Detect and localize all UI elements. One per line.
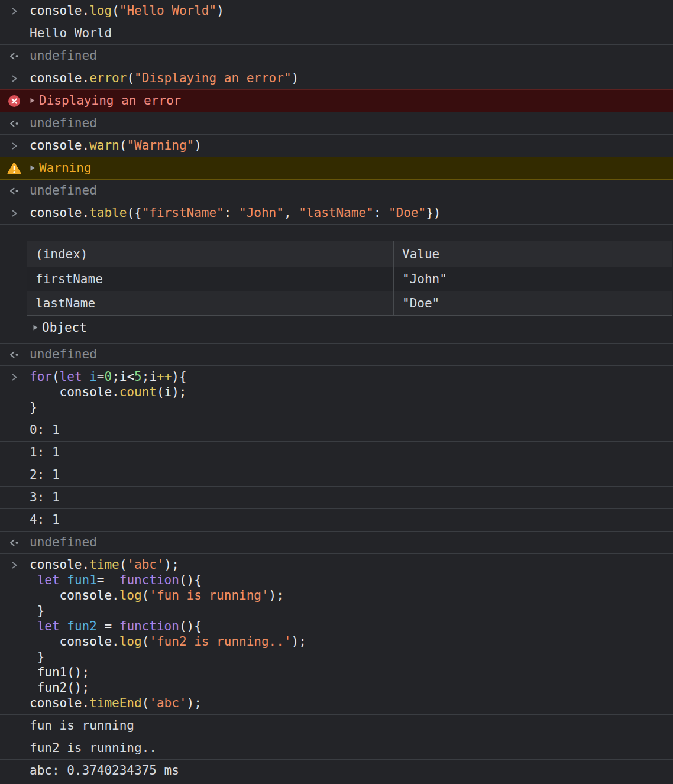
code-token: 5	[134, 370, 142, 384]
object-label: Object	[42, 320, 87, 335]
code-token: 3: 1	[30, 490, 60, 504]
code-line: }	[30, 649, 673, 665]
console-return-row: undefined	[0, 45, 673, 67]
table-row: firstName"John"	[27, 267, 673, 291]
code-token: )	[216, 4, 224, 18]
code-token: log	[119, 588, 142, 602]
code-token: <	[127, 370, 134, 384]
code-token: console.	[30, 588, 119, 602]
object-preview[interactable]: Object	[33, 316, 673, 339]
console-message: Warning	[30, 160, 673, 176]
code-token	[60, 619, 67, 633]
row-content: fun is running	[30, 718, 673, 733]
code-token: fun1();	[30, 665, 89, 679]
code-token: );	[187, 696, 202, 710]
code-line: console.log('fun is running');	[30, 588, 673, 603]
return-value-icon	[0, 45, 28, 67]
code-token: let	[37, 573, 60, 587]
code-line: let fun2 = function(){	[30, 618, 673, 634]
code-token: "John"	[239, 206, 284, 220]
code-token: undefined	[30, 48, 97, 63]
code-token: console.	[30, 206, 89, 220]
console-table: (index)ValuefirstName"John"lastName"Doe"	[27, 241, 673, 316]
row-content: undefined	[30, 115, 673, 131]
code-token: (	[52, 370, 60, 384]
code-token: time	[89, 558, 119, 572]
code-line: console.log('fun2 is running..');	[30, 634, 673, 649]
code-token: timeEnd	[89, 696, 142, 710]
row-content: undefined	[30, 346, 673, 362]
code-line: fun2();	[30, 680, 673, 695]
code-token: (){	[179, 573, 202, 587]
code-token: fun2	[67, 619, 97, 633]
code-token: }	[30, 650, 44, 664]
code-line: let fun1= function(){	[30, 572, 673, 588]
console-return-row: undefined	[0, 180, 673, 202]
code-token: (	[119, 558, 127, 572]
console-error-row: Displaying an error	[0, 89, 673, 112]
code-token: (	[119, 138, 127, 153]
table-row: lastName"Doe"	[27, 291, 673, 316]
code-line: 3: 1	[30, 490, 673, 505]
code-token: table	[89, 206, 127, 220]
code-line: fun is running	[30, 718, 673, 733]
table-header-cell[interactable]: (index)	[27, 241, 394, 267]
code-token: 'abc'	[149, 696, 186, 710]
console-log-row: 1: 1	[0, 442, 673, 464]
console-input-row: console.table({"firstName": "John", "las…	[0, 202, 673, 225]
code-token: (	[142, 696, 150, 710]
row-content: console.table({"firstName": "John", "las…	[30, 205, 673, 221]
code-token: fun2 is running..	[30, 741, 157, 755]
code-token	[60, 573, 67, 587]
row-content: console.time('abc'); let fun1= function(…	[30, 557, 673, 711]
code-token: "lastName"	[299, 206, 373, 220]
code-token: undefined	[30, 116, 97, 130]
error-circle-icon	[0, 90, 28, 112]
code-token: fun is running	[30, 718, 134, 733]
code-line: 1: 1	[30, 445, 673, 460]
table-cell-key: firstName	[27, 267, 394, 291]
code-token: 1: 1	[30, 445, 60, 459]
code-token: (	[112, 4, 119, 18]
disclosure-triangle-icon[interactable]	[30, 97, 35, 104]
code-line: undefined	[30, 183, 673, 198]
table-header-row: (index)Value	[27, 241, 673, 267]
code-token: ++	[157, 370, 172, 384]
message-text: Warning	[39, 160, 92, 176]
code-token: ,	[284, 206, 299, 220]
console-return-row: undefined	[0, 344, 673, 366]
code-line: undefined	[30, 48, 673, 63]
row-content: console.error("Displaying an error")	[30, 70, 673, 86]
table-cell-key: lastName	[27, 291, 394, 316]
code-token: )	[194, 138, 202, 153]
code-token: fun2();	[30, 681, 89, 695]
code-token: "Displaying an error"	[134, 71, 292, 85]
message-text: Displaying an error	[39, 93, 181, 108]
console-log-row: 3: 1	[0, 487, 673, 509]
code-token: )	[292, 71, 299, 85]
disclosure-triangle-icon[interactable]	[33, 324, 38, 331]
code-token: );	[269, 588, 284, 602]
code-token: Hello World	[30, 26, 112, 40]
code-token: undefined	[30, 535, 97, 549]
code-token: "firstName"	[142, 206, 224, 220]
code-line: for(let i=0;i<5;i++){	[30, 369, 673, 384]
table-cell-value: "John"	[394, 267, 673, 291]
code-token: fun1	[67, 573, 97, 587]
code-token: warn	[89, 138, 119, 153]
row-content: undefined	[30, 534, 673, 550]
console-message: Displaying an error	[30, 93, 673, 108]
console-table-row: (index)ValuefirstName"John"lastName"Doe"…	[0, 225, 673, 344]
chevron-right-icon	[0, 554, 28, 576]
disclosure-triangle-icon[interactable]	[30, 164, 35, 171]
row-content: 4: 1	[30, 512, 673, 527]
console-return-row: undefined	[0, 532, 673, 554]
table-header-cell[interactable]: Value	[394, 241, 673, 267]
code-line: 4: 1	[30, 512, 673, 527]
console-input-row: console.warn("Warning")	[0, 135, 673, 157]
code-line: }	[30, 400, 673, 415]
code-token: 'fun2 is running..'	[149, 634, 291, 649]
console-return-row: undefined	[0, 112, 673, 135]
return-value-icon	[0, 344, 28, 365]
console-warning-row: Warning	[0, 157, 673, 180]
